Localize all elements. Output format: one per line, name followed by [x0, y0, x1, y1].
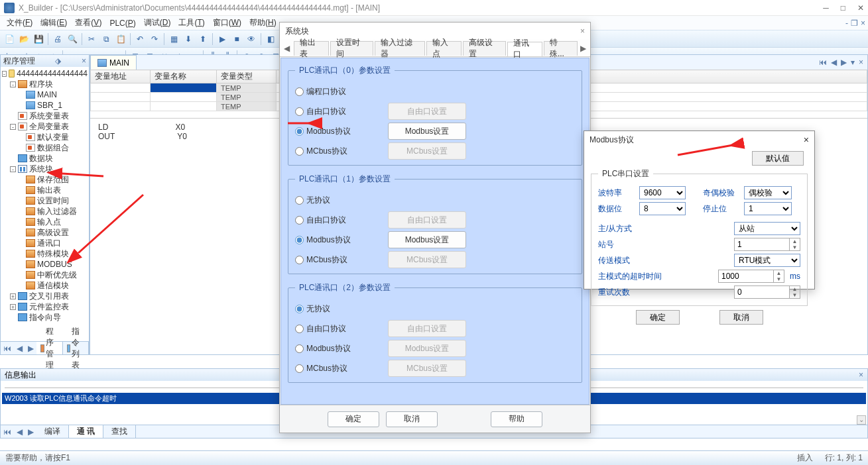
menu-debug[interactable]: 调试(D) [140, 16, 175, 30]
mbdlg-default-button[interactable]: 默认值 [752, 151, 804, 166]
p1-radio-modbus[interactable]: Modbus协议 [295, 234, 381, 246]
panel-close-icon[interactable]: × [82, 56, 86, 66]
tree-xref[interactable]: +交叉引用表 [2, 291, 88, 301]
info-tab-compile[interactable]: 编译 [36, 425, 69, 438]
tree-comm-module[interactable]: 通信模块 [2, 280, 88, 291]
tree-modbus[interactable]: MODBUS [2, 259, 88, 270]
panel-pin-icon[interactable]: ⬗ [55, 56, 61, 66]
col-name[interactable]: 变量名称 [151, 70, 217, 83]
parity-select[interactable]: 偶校验 [744, 186, 792, 199]
sysdlg-tab-advset[interactable]: 高级设置 [463, 41, 506, 56]
close-button[interactable]: ✕ [857, 3, 864, 13]
p2-free-settings-button[interactable]: 自由口设置 [388, 320, 466, 337]
menu-plc[interactable]: PLC(P) [105, 17, 139, 29]
editor-tab-nav-first-icon[interactable]: ⏮ [819, 58, 827, 67]
tool-undo-icon[interactable]: ↶ [133, 32, 147, 46]
mbdlg-cancel-button[interactable]: 取消 [719, 310, 763, 325]
p2-mcbus-settings-button[interactable]: MCbus设置 [388, 360, 466, 377]
tree-arrvar[interactable]: 数据组合 [2, 142, 88, 153]
sysdlg-tab-inputpoint[interactable]: 输入点 [426, 41, 462, 56]
p1-mcbus-settings-button[interactable]: MCbus设置 [388, 251, 466, 268]
sysdlg-tab-special[interactable]: 特殊... [544, 41, 578, 56]
p1-radio-none[interactable]: 无协议 [295, 195, 381, 206]
baud-select[interactable]: 9600 [639, 186, 686, 199]
tool-misc1-icon[interactable]: ◧ [264, 32, 277, 46]
col-addr[interactable]: 变量地址 [91, 70, 151, 83]
info-tab-nav-first[interactable]: ⏮ [1, 427, 14, 437]
p0-radio-mcbus[interactable]: MCbus协议 [295, 146, 381, 157]
sysdlg-tab-output[interactable]: 输出表 [294, 41, 329, 56]
menu-edit[interactable]: 编辑(E) [36, 16, 71, 30]
tree-comm-port[interactable]: 通讯口 [2, 238, 88, 248]
tree-input-point[interactable]: 输入点 [2, 217, 88, 227]
tool-download-icon[interactable]: ⬇ [182, 32, 195, 46]
col-type[interactable]: 变量类型 [217, 70, 277, 83]
p0-modbus-settings-button[interactable]: Modbus设置 [388, 123, 466, 140]
editor-tab-nav-next-icon[interactable]: ▶ [841, 58, 847, 67]
menu-window[interactable]: 窗口(W) [209, 16, 245, 30]
sysdlg-tab-settime[interactable]: 设置时间 [330, 41, 373, 56]
tree-main[interactable]: MAIN [2, 89, 88, 100]
tool-copy-icon[interactable]: ⧉ [99, 32, 113, 46]
tree-input-filter[interactable]: 输入过滤器 [2, 206, 88, 217]
sysdlg-tab-next-icon[interactable]: ▶ [578, 44, 589, 53]
p1-free-settings-button[interactable]: 自由口设置 [388, 211, 466, 229]
tool-save-icon[interactable]: 💾 [32, 32, 45, 46]
mode-select[interactable]: 从站 [734, 222, 800, 235]
menu-help[interactable]: 帮助(H) [245, 16, 280, 30]
left-tab-nav-prev[interactable]: ◀ [14, 344, 25, 353]
mdi-minimize-icon[interactable]: - [845, 19, 848, 28]
tool-open-icon[interactable]: 📂 [17, 32, 31, 46]
p2-radio-modbus[interactable]: Modbus协议 [295, 343, 381, 354]
stopbit-select[interactable]: 1 [744, 202, 792, 215]
tool-preview-icon[interactable]: 🔍 [66, 32, 79, 46]
tree-root[interactable]: -4444444444444444 [2, 68, 88, 79]
editor-tab-menu-icon[interactable]: ▾ [851, 58, 855, 67]
tree-sysblock[interactable]: -系统块 [2, 164, 88, 174]
editor-tab-nav-prev-icon[interactable]: ◀ [831, 58, 837, 67]
p0-free-settings-button[interactable]: 自由口设置 [388, 103, 466, 120]
menu-file[interactable]: 文件(F) [3, 16, 36, 30]
info-tab-nav-prev[interactable]: ◀ [14, 427, 25, 437]
tree-set-time[interactable]: 设置时间 [2, 195, 88, 206]
project-tree[interactable]: -4444444444444444 -程序块 MAIN SBR_1 系统变量表 … [1, 67, 89, 324]
tool-redo-icon[interactable]: ↷ [148, 32, 161, 46]
sysdlg-help-button[interactable]: 帮助 [491, 411, 542, 427]
tool-cut-icon[interactable]: ✂ [85, 32, 98, 46]
tree-special-module[interactable]: 特殊模块 [2, 248, 88, 259]
sysdlg-tab-prev-icon[interactable]: ◀ [281, 44, 292, 53]
mbdlg-close-icon[interactable]: × [804, 134, 809, 145]
info-tab-comm[interactable]: 通 讯 [69, 425, 103, 438]
tool-print-icon[interactable]: 🖨 [51, 32, 64, 46]
tree-output-table[interactable]: 输出表 [2, 185, 88, 195]
tree-int-priority[interactable]: 中断优先级 [2, 270, 88, 280]
databit-select[interactable]: 8 [639, 202, 686, 215]
tool-stop-icon[interactable]: ■ [230, 32, 243, 46]
left-tab-nav-next[interactable]: ▶ [25, 344, 36, 353]
tree-save-range[interactable]: 保存范围 [2, 174, 88, 185]
p0-radio-prog[interactable]: 编程口协议 [295, 86, 381, 97]
tool-run-icon[interactable]: ▶ [216, 32, 229, 46]
tool-upload-icon[interactable]: ⬆ [196, 32, 210, 46]
minimize-button[interactable]: ─ [823, 3, 829, 13]
tree-globalvar[interactable]: -全局变量表 [2, 121, 88, 132]
sysdlg-ok-button[interactable]: 确定 [328, 411, 379, 427]
p2-modbus-settings-button[interactable]: Modbus设置 [388, 340, 466, 357]
left-tab-nav-first[interactable]: ⏮ [1, 344, 14, 353]
p1-radio-free[interactable]: 自由口协议 [295, 215, 381, 226]
sysdlg-tab-comm[interactable]: 通讯口 [507, 42, 542, 56]
tool-compile-icon[interactable]: ▦ [167, 32, 180, 46]
info-tab-find[interactable]: 查找 [103, 425, 136, 438]
tree-instr[interactable]: 指令向导 [2, 312, 88, 323]
station-input[interactable] [734, 238, 790, 251]
timeout-spinner[interactable]: ▲▼ [774, 270, 784, 283]
tree-adv-set[interactable]: 高级设置 [2, 227, 88, 238]
p2-radio-none[interactable]: 无协议 [295, 303, 381, 315]
timeout-input[interactable] [718, 270, 774, 283]
tree-datablock[interactable]: 数据块 [2, 153, 88, 164]
station-spinner[interactable]: ▲▼ [790, 238, 800, 251]
p2-radio-mcbus[interactable]: MCbus协议 [295, 363, 381, 374]
p1-radio-mcbus[interactable]: MCbus协议 [295, 254, 381, 266]
tree-program-block[interactable]: -程序块 [2, 79, 88, 89]
tree-defvar[interactable]: 默认变量 [2, 132, 88, 142]
